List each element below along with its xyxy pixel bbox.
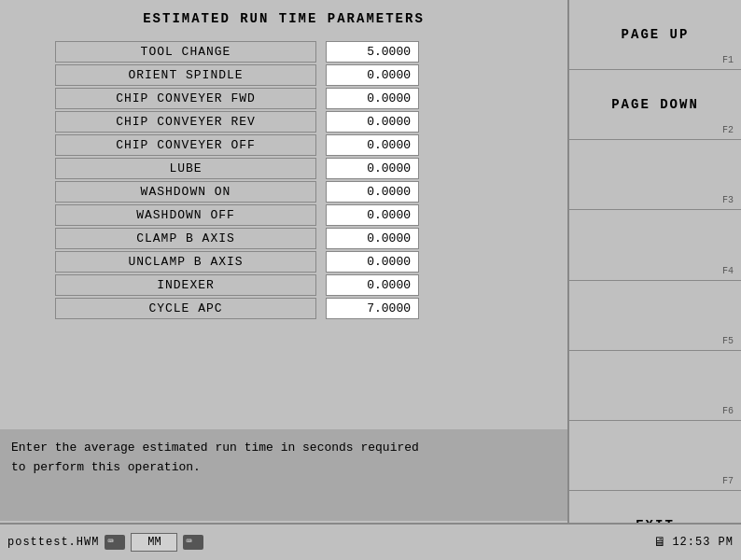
param-row: CHIP CONVEYER OFF0.0000: [55, 134, 512, 156]
sidebar-btn-label-f2: PAGE DOWN: [611, 97, 699, 112]
sidebar-fn-f6: F6: [722, 406, 734, 416]
param-value[interactable]: 7.0000: [326, 298, 419, 319]
param-label: CHIP CONVEYER OFF: [55, 134, 316, 156]
param-label: CHIP CONVEYER REV: [55, 111, 316, 133]
param-value[interactable]: 5.0000: [326, 41, 419, 63]
param-value[interactable]: 0.0000: [326, 111, 419, 133]
sidebar-fn-f3: F3: [722, 195, 734, 205]
filename: posttest.HWM: [7, 536, 99, 549]
param-value[interactable]: 0.0000: [326, 134, 419, 156]
param-value[interactable]: 0.0000: [326, 181, 419, 203]
help-text-line1: Enter the average estimated run time in …: [11, 439, 556, 458]
sidebar-fn-f7: F7: [722, 476, 734, 486]
units: MM: [131, 533, 177, 552]
param-row: TOOL CHANGE5.0000: [55, 41, 512, 63]
param-label: ORIENT SPINDLE: [55, 64, 316, 86]
param-label: TOOL CHANGE: [55, 41, 316, 63]
param-value[interactable]: 0.0000: [326, 88, 419, 109]
param-row: ORIENT SPINDLE0.0000: [55, 64, 512, 86]
param-label: INDEXER: [55, 274, 316, 296]
param-row: CYCLE APC7.0000: [55, 298, 512, 319]
param-row: CLAMP B AXIS0.0000: [55, 228, 512, 249]
sidebar-btn-f6: F6: [569, 351, 741, 421]
clock: 12:53 PM: [672, 536, 734, 549]
param-value[interactable]: 0.0000: [326, 64, 419, 86]
sidebar-fn-f5: F5: [722, 336, 734, 346]
help-text-line2: to perform this operation.: [11, 458, 556, 478]
sidebar-btn-f4: F4: [569, 210, 741, 280]
param-label: CLAMP B AXIS: [55, 228, 316, 249]
help-area: Enter the average estimated run time in …: [0, 429, 567, 521]
param-label: LUBE: [55, 158, 316, 179]
param-label: CYCLE APC: [55, 298, 316, 319]
param-label: WASHDOWN OFF: [55, 204, 316, 226]
param-label: UNCLAMP B AXIS: [55, 251, 316, 273]
param-value[interactable]: 0.0000: [326, 251, 419, 273]
sidebar-btn-label-f1: PAGE UP: [622, 27, 690, 42]
param-row: UNCLAMP B AXIS0.0000: [55, 251, 512, 273]
param-row: WASHDOWN OFF0.0000: [55, 204, 512, 226]
keyboard-icon-1: [105, 535, 125, 550]
keyboard-icon-2: [183, 535, 203, 550]
param-row: WASHDOWN ON0.0000: [55, 181, 512, 203]
sidebar: PAGE UPF1PAGE DOWNF2F3F4F5F6F7EXITF8: [567, 0, 741, 560]
param-value[interactable]: 0.0000: [326, 158, 419, 179]
param-row: LUBE0.0000: [55, 158, 512, 179]
sidebar-btn-f3: F3: [569, 140, 741, 210]
sidebar-fn-f1: F1: [722, 55, 734, 65]
status-bar: posttest.HWM MM 🖥 12:53 PM: [0, 523, 741, 560]
sidebar-fn-f4: F4: [722, 266, 734, 276]
sidebar-btn-f1[interactable]: PAGE UPF1: [569, 0, 741, 70]
param-row: INDEXER0.0000: [55, 274, 512, 296]
param-value[interactable]: 0.0000: [326, 228, 419, 249]
param-value[interactable]: 0.0000: [326, 274, 419, 296]
monitor-icon: 🖥: [653, 535, 666, 550]
param-label: WASHDOWN ON: [55, 181, 316, 203]
param-value[interactable]: 0.0000: [326, 204, 419, 226]
sidebar-btn-f5: F5: [569, 281, 741, 351]
param-row: CHIP CONVEYER FWD0.0000: [55, 88, 512, 109]
param-label: CHIP CONVEYER FWD: [55, 88, 316, 109]
sidebar-btn-f2[interactable]: PAGE DOWNF2: [569, 70, 741, 140]
sidebar-btn-f7: F7: [569, 421, 741, 491]
main-content: ESTIMATED RUN TIME PARAMETERS TOOL CHANG…: [0, 0, 567, 523]
params-table: TOOL CHANGE5.0000ORIENT SPINDLE0.0000CHI…: [55, 41, 512, 319]
param-row: CHIP CONVEYER REV0.0000: [55, 111, 512, 133]
page-title: ESTIMATED RUN TIME PARAMETERS: [0, 0, 567, 41]
sidebar-fn-f2: F2: [722, 125, 734, 135]
